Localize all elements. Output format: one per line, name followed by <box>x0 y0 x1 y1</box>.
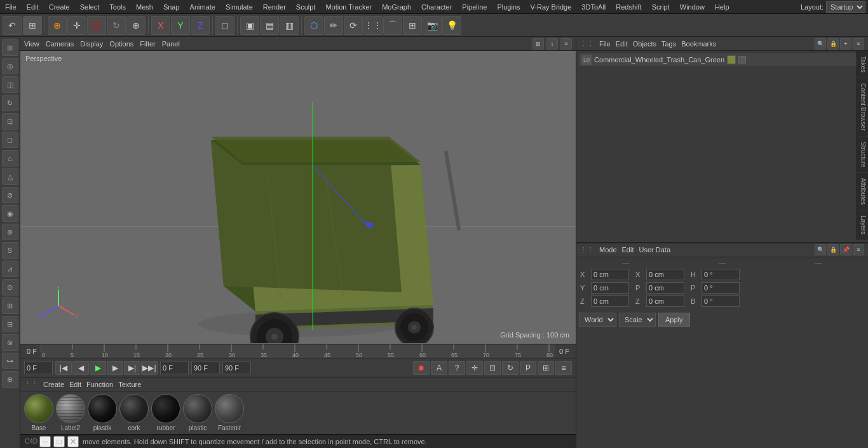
sidebar-btn-12[interactable]: S <box>2 242 18 259</box>
coord-b-input[interactable] <box>702 295 740 307</box>
next-key-button[interactable]: ▶| <box>124 361 140 375</box>
status-maximize[interactable]: □ <box>53 436 65 447</box>
sidebar-btn-6[interactable]: ◻ <box>2 132 18 148</box>
material-item-plastik[interactable]: plastik <box>88 394 117 431</box>
attr-lock[interactable]: 🔒 <box>827 244 839 255</box>
attr-pin[interactable]: 📌 <box>840 244 851 255</box>
sidebar-btn-19[interactable]: ⊕ <box>2 371 18 388</box>
menu-window[interactable]: Window <box>675 2 710 12</box>
next-frame-button[interactable]: ▶ <box>107 361 123 375</box>
cameras-menu[interactable]: Cameras <box>46 40 74 48</box>
render-region-button[interactable]: ▣ <box>240 16 259 35</box>
sidebar-btn-14[interactable]: ⊙ <box>2 279 18 295</box>
prev-frame-button[interactable]: ◀ <box>72 361 89 375</box>
vtab-attributes[interactable]: Attributes <box>857 173 868 210</box>
coord-h-input[interactable] <box>702 269 740 280</box>
material-item-rubber[interactable]: rubber <box>151 394 180 431</box>
material-texture-menu[interactable]: Texture <box>118 381 141 388</box>
sidebar-btn-5[interactable]: ⊡ <box>2 113 18 130</box>
menu-mesh[interactable]: Mesh <box>131 2 158 12</box>
redo-button[interactable]: ⊞ <box>23 16 42 35</box>
objects-search[interactable]: 🔍 <box>815 38 826 50</box>
obj-tags-menu[interactable]: Tags <box>661 40 676 48</box>
viewport-canvas[interactable]: Perspective X Y Z Grid Spacing : 100 cm <box>20 51 576 344</box>
sidebar-btn-3[interactable]: ◫ <box>2 76 18 93</box>
key-param-button[interactable]: P <box>520 361 536 375</box>
sidebar-btn-1[interactable]: ⊞ <box>2 39 18 56</box>
attr-mode-menu[interactable]: Mode <box>599 246 617 254</box>
attr-search[interactable]: 🔍 <box>815 244 826 255</box>
sidebar-btn-7[interactable]: ⌂ <box>2 150 18 166</box>
material-create-menu[interactable]: Create <box>43 381 64 388</box>
prev-key-button[interactable]: |◀ <box>55 361 72 375</box>
loop-button[interactable]: ⟳ <box>344 16 363 35</box>
menu-select[interactable]: Select <box>75 2 105 12</box>
material-item-base[interactable]: Base <box>24 394 53 431</box>
sidebar-btn-10[interactable]: ◉ <box>2 205 18 222</box>
obj-edit-menu[interactable]: Edit <box>616 40 628 48</box>
menu-vray[interactable]: V-Ray Bridge <box>526 2 577 12</box>
sidebar-btn-18[interactable]: ⊶ <box>2 353 18 369</box>
pen-button[interactable]: ✏ <box>324 16 343 35</box>
vtab-layers[interactable]: Layers <box>857 210 868 240</box>
cube-button[interactable]: ⬡ <box>304 16 323 35</box>
render-view-button[interactable]: ▤ <box>260 16 279 35</box>
auto-key-button[interactable]: A <box>431 361 447 375</box>
viewport-fullscreen[interactable]: ↕ <box>546 38 558 50</box>
attr-userdata-menu[interactable]: User Data <box>639 246 671 254</box>
move-key-button[interactable]: ✛ <box>466 361 483 375</box>
menu-mograph[interactable]: MoGraph <box>377 2 416 12</box>
menu-edit[interactable]: Edit <box>22 2 44 12</box>
sidebar-btn-11[interactable]: ⊛ <box>2 224 18 240</box>
menu-tools[interactable]: Tools <box>104 2 131 12</box>
coord-x-pos-input[interactable] <box>591 269 629 280</box>
options-menu[interactable]: Options <box>109 40 133 48</box>
sidebar-btn-13[interactable]: ⊿ <box>2 261 18 277</box>
menu-character[interactable]: Character <box>416 2 457 12</box>
sidebar-btn-4[interactable]: ↻ <box>2 95 18 111</box>
z-axis-button[interactable]: Z <box>191 16 210 35</box>
move-button[interactable]: ✛ <box>67 16 86 35</box>
obj-file-menu[interactable]: File <box>599 40 611 48</box>
key-grid-button[interactable]: ⊞ <box>538 361 554 375</box>
menu-motion-tracker[interactable]: Motion Tracker <box>320 2 377 12</box>
coord-z-rot-input[interactable] <box>646 295 684 307</box>
play-button[interactable]: ▶ <box>90 361 106 375</box>
objects-settings[interactable]: ≡ <box>853 38 864 50</box>
start-frame-input[interactable] <box>24 362 53 374</box>
grid-button[interactable]: ⊞ <box>403 16 422 35</box>
scale-button[interactable]: ⊡ <box>87 16 106 35</box>
key-extra-button[interactable]: ≡ <box>555 361 572 375</box>
x-axis-button[interactable]: X <box>151 16 170 35</box>
rotate-button[interactable]: ↻ <box>107 16 126 35</box>
menu-sculpt[interactable]: Sculpt <box>291 2 321 12</box>
attr-edit-menu[interactable]: Edit <box>622 246 634 254</box>
render-picture-button[interactable]: ▥ <box>280 16 299 35</box>
transform-button[interactable]: ⊕ <box>126 16 146 35</box>
obj-bookmarks-menu[interactable]: Bookmarks <box>681 40 716 48</box>
menu-plugins[interactable]: Plugins <box>492 2 525 12</box>
layout-dropdown[interactable]: Startup <box>826 1 865 13</box>
end-frame-input-1[interactable] <box>191 362 220 374</box>
coord-x-rot-input[interactable] <box>646 269 684 280</box>
object-mode-button[interactable]: ◻ <box>215 16 234 35</box>
menu-pipeline[interactable]: Pipeline <box>457 2 492 12</box>
material-item-fastenir[interactable]: Fastenir <box>215 394 244 431</box>
sidebar-btn-15[interactable]: ⊞ <box>2 297 18 314</box>
coord-p2-input[interactable] <box>702 282 740 294</box>
status-close[interactable]: ✕ <box>67 436 79 447</box>
coord-z-pos-input[interactable] <box>591 295 629 307</box>
sidebar-btn-16[interactable]: ⊟ <box>2 316 18 332</box>
menu-animate[interactable]: Animate <box>185 2 220 12</box>
sidebar-btn-2[interactable]: ◎ <box>2 58 18 74</box>
material-item-label2[interactable]: Label2 <box>56 394 85 431</box>
vtab-takes[interactable]: Takes <box>857 51 868 78</box>
vtab-content-browser[interactable]: Content Browser <box>857 78 868 136</box>
coord-y-pos-input[interactable] <box>591 282 629 294</box>
menu-script[interactable]: Script <box>647 2 675 12</box>
undo-button[interactable]: ↶ <box>3 16 22 35</box>
end-frame-input-2[interactable] <box>222 362 251 374</box>
menu-file[interactable]: File <box>0 2 22 12</box>
sidebar-btn-9[interactable]: ⊘ <box>2 187 18 203</box>
record-button[interactable]: ⏺ <box>413 361 430 375</box>
